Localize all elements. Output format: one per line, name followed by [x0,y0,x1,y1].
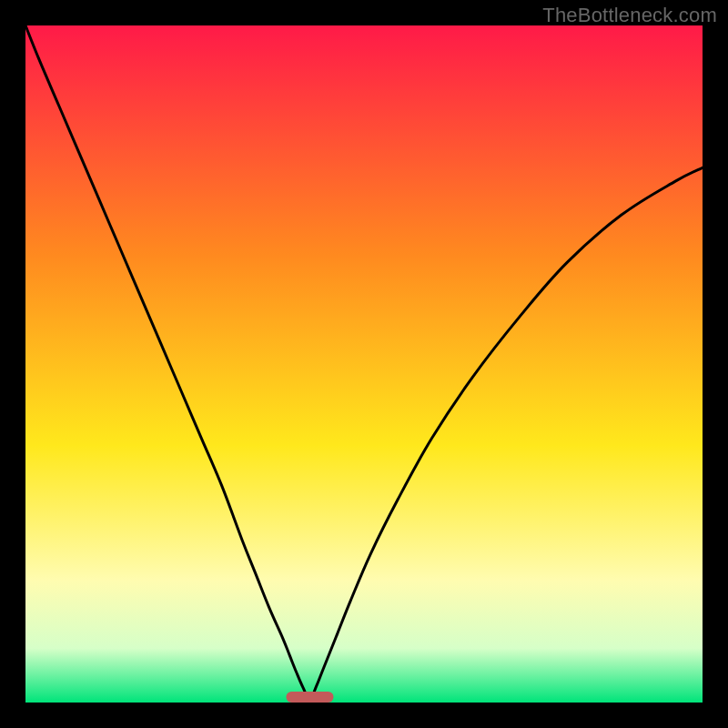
gradient-background [25,25,703,703]
plot-area [25,25,703,703]
optimum-marker [286,692,333,703]
chart-svg [25,25,703,703]
watermark-text: TheBottleneck.com [542,4,717,27]
chart-frame: TheBottleneck.com [0,0,728,728]
